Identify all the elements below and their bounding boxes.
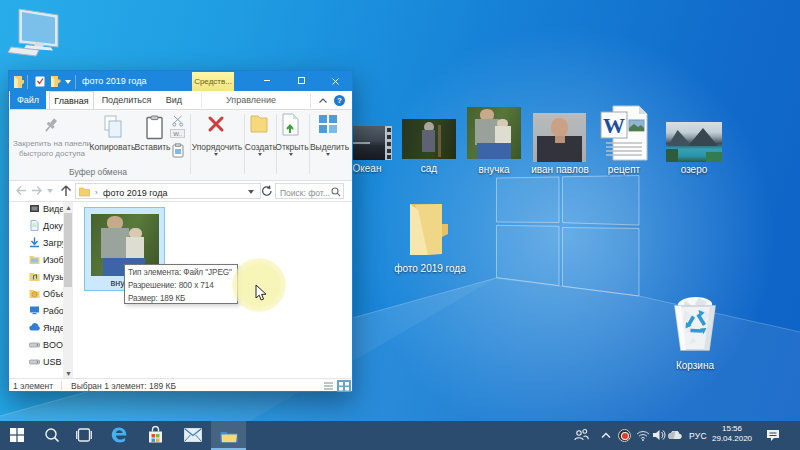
svg-text:W: W — [603, 113, 625, 138]
